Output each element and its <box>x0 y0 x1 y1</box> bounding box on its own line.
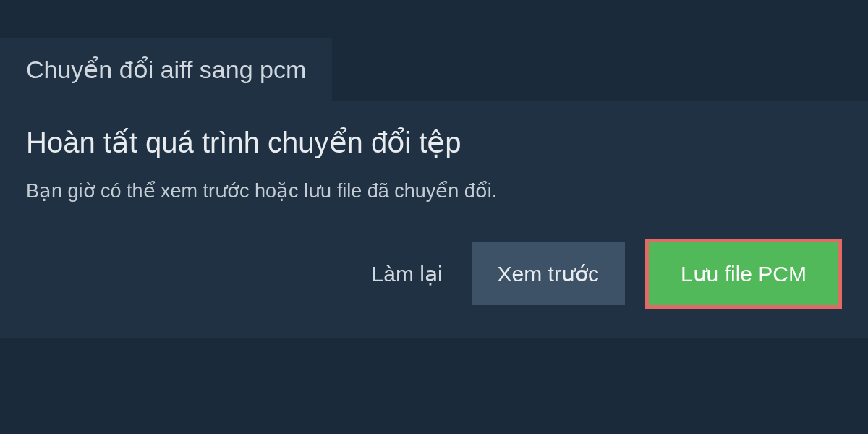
content-panel: Hoàn tất quá trình chuyển đổi tệp Bạn gi… <box>0 101 868 338</box>
tab-label: Chuyển đổi aiff sang pcm <box>26 56 306 83</box>
main-container: Chuyển đổi aiff sang pcm Hoàn tất quá tr… <box>0 0 868 338</box>
retry-button[interactable]: Làm lại <box>363 261 451 286</box>
action-bar: Làm lại Xem trước Lưu file PCM <box>26 239 842 309</box>
save-button[interactable]: Lưu file PCM <box>645 239 842 309</box>
page-title: Hoàn tất quá trình chuyển đổi tệp <box>26 126 842 159</box>
tab-convert[interactable]: Chuyển đổi aiff sang pcm <box>0 38 332 101</box>
page-description: Bạn giờ có thể xem trước hoặc lưu file đ… <box>26 179 842 203</box>
preview-button[interactable]: Xem trước <box>472 242 625 305</box>
